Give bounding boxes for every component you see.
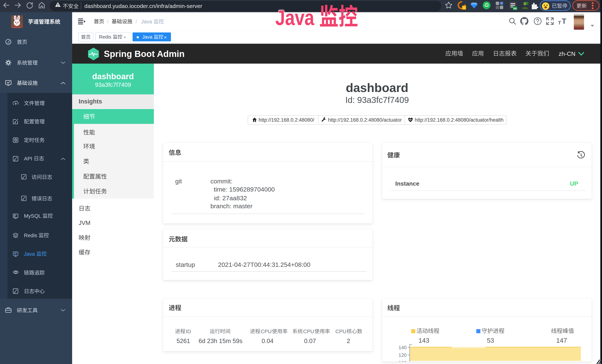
svg-text:1: 1 bbox=[463, 6, 465, 10]
svg-text:on: on bbox=[514, 7, 516, 10]
